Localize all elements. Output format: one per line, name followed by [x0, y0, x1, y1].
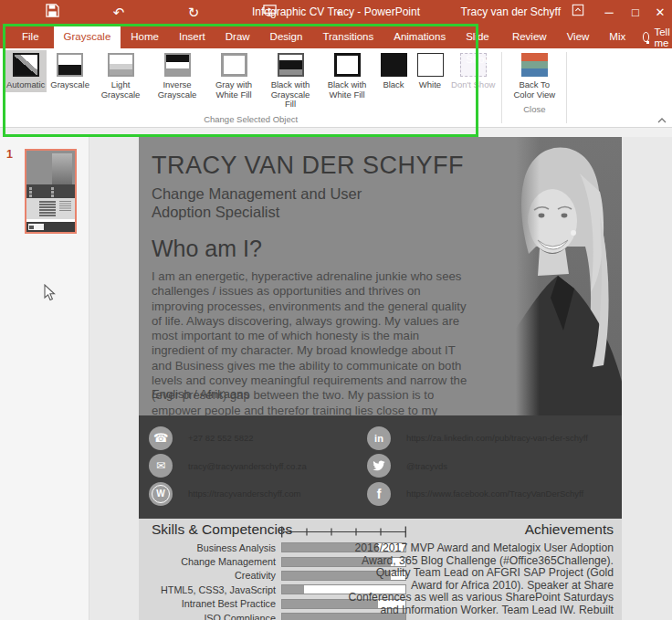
- tab-draw[interactable]: Draw: [215, 26, 260, 48]
- grayscale-option-light-grayscale[interactable]: Light Grayscale: [93, 50, 148, 101]
- option-label: Gray with White Fill: [208, 80, 259, 100]
- contact-text: https://tracyvanderschyff.com: [188, 489, 352, 499]
- grayscale-option-back-to-color-view[interactable]: Back To Color View: [507, 50, 562, 101]
- account-name[interactable]: Tracy van der Schyff: [461, 5, 561, 18]
- lightbulb-icon: [643, 32, 649, 42]
- slide-subtitle: Change Management and User Adoption Spec…: [152, 184, 398, 221]
- achievements-paragraph: 2016/2017 MVP Award and Metalogix User A…: [347, 542, 614, 617]
- who-am-i-heading: Who am I?: [152, 236, 262, 262]
- grayscale-option-gray-with-white-fill[interactable]: Gray with White Fill: [206, 50, 261, 101]
- tab-view[interactable]: View: [557, 26, 600, 48]
- ribbon: AutomaticGrayscaleLight GrayscaleInverse…: [0, 48, 672, 128]
- option-label: Black: [383, 80, 404, 90]
- skill-label: Intranet Best Practice: [139, 598, 281, 609]
- slide[interactable]: TRACY VAN DER SCHYFF Change Management a…: [139, 137, 622, 620]
- skill-label: Business Analysis: [139, 542, 281, 553]
- option-label: Light Grayscale: [95, 80, 146, 100]
- tab-insert[interactable]: Insert: [169, 26, 215, 48]
- minimize-button[interactable]: ─: [597, 2, 621, 24]
- contact-row-phone: ☎+27 82 552 5822: [149, 426, 352, 450]
- skill-bar-fill: [282, 585, 304, 594]
- group-separator: [566, 52, 567, 123]
- slide-title-name: TRACY VAN DER SCHYFF: [152, 152, 464, 180]
- slide-number: 1: [6, 148, 13, 161]
- slide-thumbnail-pane: 1: [0, 137, 89, 620]
- contact-text: https://www.facebook.com/TracyVanDerSchy…: [406, 489, 616, 499]
- automatic-swatch-icon: [13, 53, 39, 77]
- ribbon-display-options-icon[interactable]: [566, 2, 590, 24]
- gray-white-fill-swatch-icon: [221, 53, 247, 77]
- portrait-photo: [516, 137, 622, 415]
- slide-thumbnail[interactable]: [25, 149, 77, 234]
- ribbon-lower-strip: [0, 128, 672, 137]
- option-label: Black with White Fill: [321, 80, 373, 100]
- option-label: Grayscale: [50, 80, 89, 90]
- contact-text: https://za.linkedin.com/pub/tracy-van-de…: [406, 433, 616, 443]
- customize-qat-caret[interactable]: ▾: [329, 4, 349, 22]
- close-button[interactable]: ✕: [648, 2, 672, 24]
- option-label: Back To Color View: [509, 80, 560, 100]
- achievements-heading: Achievements: [525, 521, 614, 538]
- black-grayscale-fill-swatch-icon: [278, 53, 304, 77]
- grayscale-option-automatic[interactable]: Automatic: [5, 50, 47, 92]
- black-swatch-icon: [381, 53, 407, 77]
- collapse-ribbon-icon[interactable]: [657, 110, 667, 127]
- group-label-close: Close: [506, 104, 562, 114]
- slide-canvas[interactable]: TRACY VAN DER SCHYFF Change Management a…: [89, 137, 672, 620]
- tab-design[interactable]: Design: [260, 26, 313, 48]
- tab-slide-show[interactable]: Slide Show: [456, 26, 502, 48]
- grayscale-option-black[interactable]: Black: [376, 50, 411, 92]
- grayscale-swatch-icon: [57, 53, 83, 77]
- group-label-change-selected-object: Change Selected Object: [4, 114, 498, 124]
- tab-home[interactable]: Home: [121, 26, 169, 48]
- email-icon: ✉: [149, 454, 173, 478]
- tab-animations[interactable]: Animations: [383, 26, 456, 48]
- languages-text: English / Afrikaans: [152, 387, 249, 401]
- skill-label: Creativity: [139, 570, 281, 581]
- maximize-button[interactable]: □: [624, 2, 647, 24]
- tab-review[interactable]: Review: [502, 26, 557, 48]
- grayscale-option-inverse-grayscale[interactable]: Inverse Grayscale: [150, 50, 205, 101]
- tab-list: FileGrayscaleHomeInsertDrawDesignTransit…: [0, 26, 635, 48]
- skill-label: Change Management: [139, 556, 281, 567]
- tab-file[interactable]: File: [7, 26, 54, 48]
- undo-icon[interactable]: ↶: [109, 4, 129, 22]
- contact-row-facebook: fhttps://www.facebook.com/TracyVanDerSch…: [367, 481, 616, 506]
- option-label: White: [419, 80, 441, 90]
- twitter-icon: [367, 454, 391, 478]
- tab-grayscale[interactable]: Grayscale: [54, 26, 121, 48]
- option-label: Black with Grayscale Fill: [265, 80, 316, 110]
- grayscale-option-grayscale[interactable]: Grayscale: [48, 50, 91, 92]
- grayscale-option-black-with-grayscale-fill[interactable]: Black with Grayscale Fill: [263, 50, 318, 111]
- black-white-fill-swatch-icon: [334, 53, 361, 77]
- ribbon-group-close: Back To Color ViewClose: [506, 50, 562, 114]
- facebook-icon: f: [367, 482, 391, 506]
- option-label: Automatic: [6, 80, 45, 90]
- tab-transitions[interactable]: Transitions: [312, 26, 383, 48]
- contact-bar: ☎+27 82 552 5822✉tracy@tracyvanderschyff…: [139, 415, 622, 519]
- tab-mix[interactable]: Mix: [599, 26, 635, 48]
- contact-text: tracy@tracyvanderschyff.co.za: [188, 461, 352, 471]
- tell-me-box[interactable]: Tell me: [635, 26, 672, 48]
- contact-row-linkedin: inhttps://za.linkedin.com/pub/tracy-van-…: [367, 426, 616, 450]
- save-icon[interactable]: [42, 4, 62, 22]
- contact-row-twitter: @tracyvds: [367, 454, 616, 478]
- group-separator: [501, 52, 502, 123]
- back-color-swatch-icon: [521, 53, 548, 77]
- contact-text: +27 82 552 5822: [188, 433, 352, 443]
- skills-scale-ruler: [281, 525, 406, 541]
- skill-label: HTML5, CSS3, JavaScript: [139, 584, 281, 595]
- light-grayscale-swatch-icon: [108, 53, 134, 77]
- option-label: Don't Show: [451, 80, 495, 90]
- grayscale-option-white[interactable]: White: [413, 50, 447, 92]
- contact-row-email: ✉tracy@tracyvanderschyff.co.za: [149, 454, 352, 478]
- ribbon-group-change-selected-object: AutomaticGrayscaleLight GrayscaleInverse…: [4, 50, 498, 124]
- who-am-i-paragraph: I am an energetic, hyperactive adrenalin…: [152, 269, 471, 433]
- ribbon-tab-bar: FileGrayscaleHomeInsertDrawDesignTransit…: [0, 26, 672, 48]
- grayscale-option-black-with-white-fill[interactable]: Black with White Fill: [320, 50, 374, 101]
- linkedin-icon: in: [367, 426, 391, 450]
- inverse-grayscale-swatch-icon: [164, 53, 191, 77]
- option-label: Inverse Grayscale: [152, 80, 203, 100]
- start-slideshow-icon[interactable]: [259, 4, 279, 22]
- redo-icon[interactable]: ↻: [184, 4, 204, 22]
